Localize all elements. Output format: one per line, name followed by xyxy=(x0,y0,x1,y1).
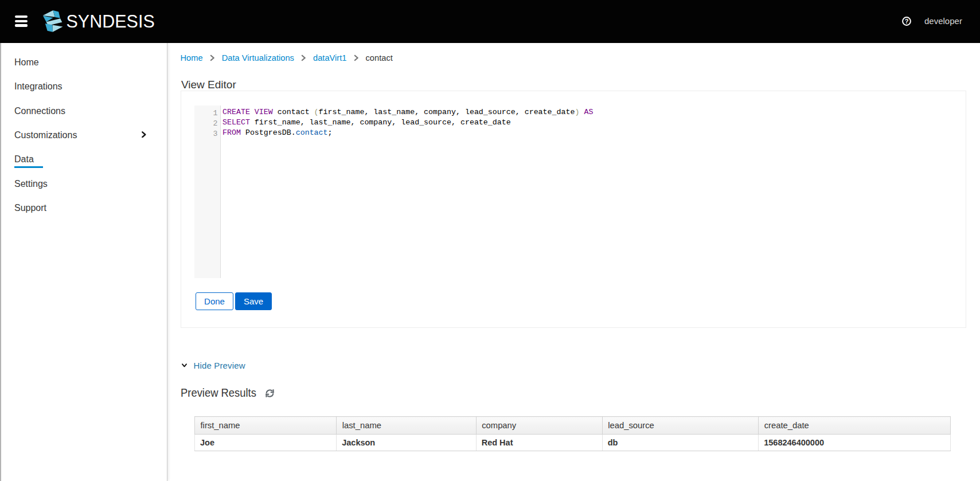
svg-text:?: ? xyxy=(905,18,909,25)
